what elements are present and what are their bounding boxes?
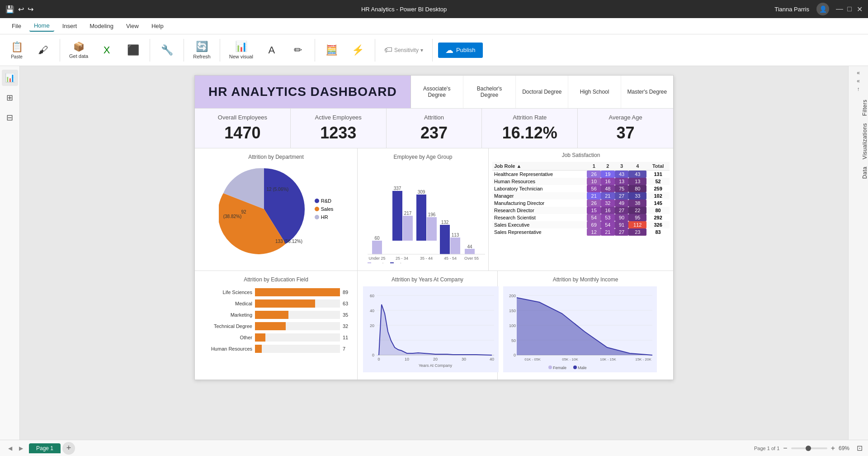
zoom-minus-button[interactable]: − bbox=[783, 444, 787, 452]
svg-text:12 (5.06%): 12 (5.06%) bbox=[266, 187, 288, 192]
col-s1[interactable]: 1 bbox=[587, 162, 601, 171]
score-4-cell: 80 bbox=[628, 185, 646, 192]
get-data-button[interactable]: 📦 Get data bbox=[66, 39, 92, 61]
zoom-thumb[interactable] bbox=[806, 446, 811, 451]
age-chart-panel: Employee by Age Group 60 337 217 bbox=[358, 148, 489, 271]
job-role-cell: Laboratory Technician bbox=[492, 185, 587, 192]
redo-icon[interactable]: ↪ bbox=[28, 5, 33, 14]
sep4 bbox=[220, 39, 220, 62]
save-icon[interactable]: 💾 bbox=[5, 5, 14, 14]
zoom-control: Page 1 of 1 − + 69% ⊡ bbox=[754, 444, 863, 452]
score-1-cell: 26 bbox=[587, 200, 601, 207]
dept-pie-chart: 12 (5.06%) 92 (38.82%) 133 (56.12%) bbox=[219, 164, 309, 254]
svg-text:92: 92 bbox=[241, 209, 246, 214]
dept-chart-panel: Attrition by Department 12 (5.06%) 92 bbox=[195, 148, 358, 271]
score-4-cell: 13 bbox=[628, 178, 646, 185]
dataflow-button[interactable]: ⬛ bbox=[122, 43, 144, 58]
collapse-arrow-1[interactable]: « bbox=[857, 70, 860, 76]
list-item: Human Resources 7 bbox=[200, 345, 352, 353]
menu-home[interactable]: Home bbox=[29, 20, 54, 32]
sidebar-data-icon[interactable]: ⊞ bbox=[2, 90, 18, 106]
visualizations-panel-label[interactable]: Visualizations bbox=[849, 119, 868, 163]
minimize-button[interactable]: — bbox=[836, 6, 843, 12]
edu-bar-value: 35 bbox=[343, 312, 352, 318]
col-total[interactable]: Total bbox=[646, 162, 670, 171]
calc-button[interactable]: 🧮 bbox=[321, 43, 343, 58]
score-4-cell: 38 bbox=[628, 200, 646, 207]
sep5 bbox=[315, 39, 315, 62]
filter-associates[interactable]: Associate'sDegree bbox=[411, 76, 463, 108]
score-3-cell: 90 bbox=[615, 214, 629, 221]
sidebar-report-icon[interactable]: 📊 bbox=[2, 70, 18, 86]
score-1-cell: 54 bbox=[587, 214, 601, 221]
shapes-button[interactable]: ✏ bbox=[287, 43, 309, 58]
menu-file[interactable]: File bbox=[7, 21, 26, 31]
user-avatar[interactable]: 👤 bbox=[816, 3, 829, 15]
filter-doctoral[interactable]: Doctoral Degree bbox=[516, 76, 568, 108]
score-2-cell: 21 bbox=[601, 228, 615, 236]
dept-legend: R&D Sales HR bbox=[315, 198, 334, 220]
undo-icon[interactable]: ↩ bbox=[18, 5, 24, 14]
score-4-cell: 95 bbox=[628, 214, 646, 221]
score-4-cell: 22 bbox=[628, 207, 646, 214]
calc-icon: 🧮 bbox=[326, 44, 338, 56]
sidebar-model-icon[interactable]: ⊟ bbox=[2, 109, 18, 126]
maximize-button[interactable]: □ bbox=[846, 6, 853, 12]
col-s2[interactable]: 2 bbox=[601, 162, 615, 171]
kpi-age-value: 37 bbox=[585, 124, 666, 142]
age-bar-chart: 60 337 217 309 196 bbox=[363, 164, 490, 263]
sensitivity-button[interactable]: 🏷 Sensitivity ▾ bbox=[381, 43, 427, 57]
transform-button[interactable]: 🔧 bbox=[156, 43, 178, 58]
charts-row-middle: Attrition by Department 12 (5.06%) 92 bbox=[195, 148, 673, 271]
score-4-cell: 112 bbox=[628, 221, 646, 228]
get-data-icon: 📦 bbox=[73, 41, 85, 52]
edu-bar-track bbox=[255, 311, 340, 319]
list-item: Medical 63 bbox=[200, 299, 352, 308]
menu-modeling[interactable]: Modeling bbox=[85, 21, 118, 31]
collapse-arrow-2[interactable]: « bbox=[857, 78, 860, 84]
new-visual-button[interactable]: 📊 New visual bbox=[226, 39, 257, 61]
kpi-avg-age: Average Age 37 bbox=[578, 109, 673, 148]
fit-page-icon[interactable]: ⊡ bbox=[857, 444, 863, 452]
filter-highschool[interactable]: High School bbox=[568, 76, 621, 108]
score-1-cell: 69 bbox=[587, 221, 601, 228]
filter-bachelors[interactable]: Bachelor'sDegree bbox=[463, 76, 516, 108]
svg-text:60: 60 bbox=[370, 294, 374, 298]
format-painter-button[interactable]: 🖌 bbox=[32, 43, 54, 58]
sensitivity-icon: 🏷 bbox=[384, 45, 392, 55]
data-panel-label[interactable]: Data bbox=[849, 163, 868, 182]
filter-masters[interactable]: Master's Degree bbox=[621, 76, 673, 108]
collapse-arrow-3[interactable]: ↑ bbox=[857, 86, 860, 92]
table-row: Sales Executive 69 54 91 112 326 bbox=[492, 221, 670, 228]
col-s4[interactable]: 4 bbox=[628, 162, 646, 171]
publish-button[interactable]: ☁ Publish bbox=[438, 43, 483, 58]
quick-measure-button[interactable]: ⚡ bbox=[347, 43, 369, 58]
svg-text:0: 0 bbox=[372, 353, 374, 357]
paste-button[interactable]: 📋 Paste bbox=[5, 39, 28, 61]
job-role-cell: Sales Representative bbox=[492, 228, 587, 236]
quick-measure-icon: ⚡ bbox=[352, 44, 364, 56]
zoom-plus-button[interactable]: + bbox=[831, 444, 835, 452]
col-s3[interactable]: 3 bbox=[615, 162, 629, 171]
svg-text:0: 0 bbox=[377, 357, 380, 361]
page-next-button[interactable]: ▶ bbox=[16, 444, 25, 453]
score-2-cell: 16 bbox=[601, 178, 615, 185]
page-prev-button[interactable]: ◀ bbox=[5, 444, 14, 453]
zoom-slider[interactable] bbox=[791, 447, 827, 449]
menu-insert[interactable]: Insert bbox=[58, 21, 82, 31]
score-4-cell: 33 bbox=[628, 192, 646, 200]
text-box-button[interactable]: A bbox=[260, 43, 283, 58]
page-1-tab[interactable]: Page 1 bbox=[29, 443, 61, 453]
close-button[interactable]: ✕ bbox=[856, 6, 863, 12]
ribbon: 📋 Paste 🖌 📦 Get data X ⬛ 🔧 🔄 Refresh 📊 N… bbox=[0, 34, 868, 66]
bottom-charts-row: Attrition by Education Field Life Scienc… bbox=[195, 271, 673, 380]
menu-view[interactable]: View bbox=[122, 21, 143, 31]
left-sidebar: 📊 ⊞ ⊟ bbox=[0, 66, 20, 440]
score-2-cell: 21 bbox=[601, 192, 615, 200]
svg-rect-12 bbox=[427, 217, 437, 241]
menu-help[interactable]: Help bbox=[147, 21, 168, 31]
add-page-button[interactable]: + bbox=[62, 442, 75, 455]
excel-button[interactable]: X bbox=[95, 43, 118, 58]
filters-panel-label[interactable]: Filters bbox=[849, 96, 868, 119]
refresh-button[interactable]: 🔄 Refresh bbox=[189, 39, 214, 61]
